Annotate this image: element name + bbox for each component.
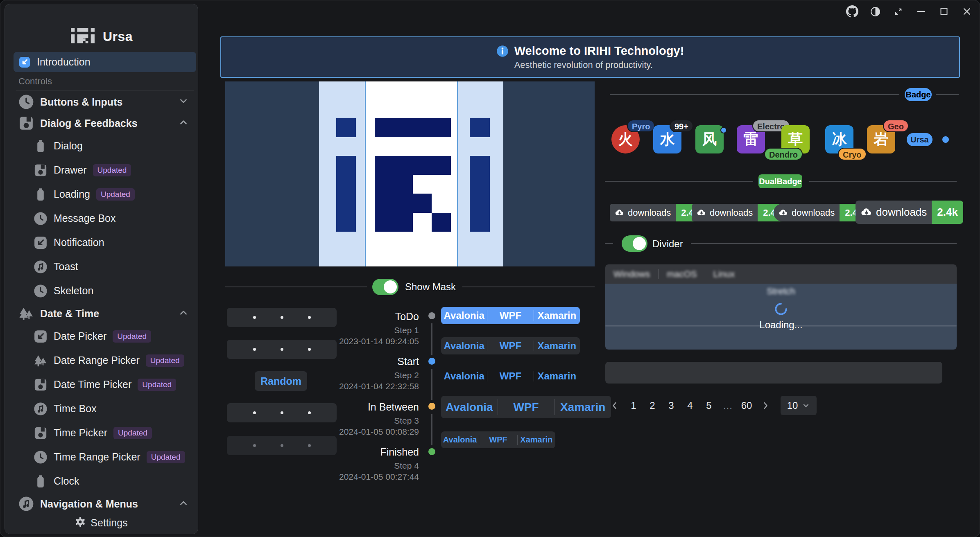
wpf-button[interactable]: WPF — [487, 368, 533, 385]
corner-badge: 99+ — [670, 120, 693, 132]
sidebar-item-date-time-picker[interactable]: Date Time PickerUpdated — [14, 372, 196, 397]
dot-badge — [720, 127, 727, 133]
page-size-select[interactable]: 10 — [781, 396, 817, 415]
nav-item-label: Loading — [54, 188, 90, 200]
dualbadge-divider-pill: DualBadge — [758, 174, 802, 188]
nav-item-label: Skeleton — [54, 285, 93, 297]
floppy-icon — [34, 378, 48, 392]
updated-badge: Updated — [113, 330, 151, 343]
sidebar-nav: IntroductionControlsButtons & InputsDial… — [14, 52, 196, 512]
badge-demo-item: 火Pyro — [611, 125, 640, 153]
page-button-5[interactable]: 5 — [702, 396, 716, 415]
timeline-entry: Finished Step 4 2024-01-05 00:27:44 — [338, 446, 419, 482]
nav-group-navigation-menus[interactable]: Navigation & Menus — [14, 493, 196, 512]
xamarin-button[interactable]: Xamarin — [534, 307, 580, 324]
tab-macos[interactable]: macOS — [659, 269, 705, 280]
xamarin-button[interactable]: Xamarin — [518, 431, 555, 448]
timeline-step: Step 3 — [338, 415, 419, 426]
xamarin-button[interactable]: Xamarin — [555, 396, 611, 418]
download-cloud-icon — [697, 208, 706, 218]
arrow-icon — [18, 56, 31, 68]
sidebar-item-drawer[interactable]: DrawerUpdated — [14, 158, 196, 182]
dual-badge-downloads: downloads 2.4k — [610, 204, 704, 221]
empty-input[interactable] — [605, 362, 942, 384]
corner-badge: Dendro — [764, 148, 803, 160]
trees-icon — [34, 354, 48, 368]
updated-badge: Updated — [113, 427, 152, 439]
timeline-entry: In Between Step 3 2024-01-05 00:08:29 — [338, 401, 419, 437]
avalonia-button[interactable]: Avalonia — [441, 337, 487, 354]
badge-demo-item: 草Dendro — [781, 125, 810, 153]
expand-icon[interactable] — [892, 5, 904, 18]
wpf-button[interactable]: WPF — [479, 431, 517, 448]
sidebar-item-dialog[interactable]: Dialog — [14, 134, 196, 158]
nav-item-label: Clock — [54, 475, 79, 487]
sidebar-item-clock[interactable]: Clock — [14, 469, 196, 493]
loading-dots-box — [227, 340, 337, 359]
spinner-icon — [775, 303, 787, 317]
wpf-button[interactable]: WPF — [487, 337, 533, 354]
battery-icon — [34, 474, 48, 488]
page-button-4[interactable]: 4 — [683, 396, 697, 415]
next-page-button[interactable] — [758, 396, 772, 415]
nav-group-buttons-inputs[interactable]: Buttons & Inputs — [14, 91, 196, 113]
sidebar-item-notification[interactable]: Notification — [14, 230, 196, 255]
gear-icon — [75, 517, 86, 529]
app-window: Ursa IntroductionControlsButtons & Input… — [0, 0, 980, 537]
xamarin-button[interactable]: Xamarin — [534, 337, 580, 354]
avalonia-button[interactable]: Avalonia — [441, 396, 498, 418]
sidebar-item-message-box[interactable]: Message Box — [14, 206, 196, 230]
sidebar-item-date-range-picker[interactable]: Date Range PickerUpdated — [14, 348, 196, 372]
sidebar-item-toast[interactable]: Toast — [14, 255, 196, 279]
sidebar: Ursa IntroductionControlsButtons & Input… — [5, 4, 198, 534]
divider-toggle[interactable] — [622, 235, 647, 252]
nav-group-date-time[interactable]: Date & Time — [14, 303, 196, 324]
sidebar-item-time-box[interactable]: Time Box — [14, 397, 196, 421]
nav-group-dialog-feedbacks[interactable]: Dialog & Feedbacks — [14, 113, 196, 134]
sidebar-item-loading[interactable]: LoadingUpdated — [14, 182, 196, 206]
avalonia-button[interactable]: Avalonia — [441, 307, 487, 324]
tab-windows[interactable]: Windows — [605, 269, 658, 280]
page-button-60[interactable]: 60 — [740, 396, 754, 415]
timeline-time: 2024-01-04 22:32:58 — [338, 381, 419, 392]
avalonia-button[interactable]: Avalonia — [441, 368, 487, 385]
show-mask-toggle[interactable] — [372, 279, 398, 295]
nav-item-label: Drawer — [54, 164, 87, 176]
random-button[interactable]: Random — [255, 371, 307, 391]
wpf-button[interactable]: WPF — [498, 396, 555, 418]
prev-page-button[interactable] — [608, 396, 622, 415]
close-icon[interactable] — [961, 5, 973, 18]
loading-dots-box — [227, 436, 337, 455]
chevron-up-icon — [178, 117, 189, 129]
maximize-icon[interactable] — [938, 5, 950, 18]
sidebar-item-date-picker[interactable]: Date PickerUpdated — [14, 324, 196, 348]
settings-button[interactable]: Settings — [5, 512, 198, 534]
tab-linux[interactable]: Linux — [705, 269, 743, 280]
tab-panel: WindowsmacOSLinux Stretch Loading... — [605, 264, 957, 350]
page-size-value: 10 — [787, 400, 798, 411]
downloads-count: 2.4k — [932, 201, 963, 224]
loading-mask: Loading... — [605, 284, 957, 350]
page-button-3[interactable]: 3 — [664, 396, 678, 415]
xamarin-button[interactable]: Xamarin — [534, 368, 580, 385]
github-icon[interactable] — [846, 5, 858, 18]
sidebar-item-time-picker[interactable]: Time PickerUpdated — [14, 421, 196, 445]
page-button-1[interactable]: 1 — [627, 396, 641, 415]
minimize-icon[interactable] — [915, 5, 927, 18]
page-button-2[interactable]: 2 — [645, 396, 659, 415]
tab-content: Stretch Loading... — [605, 284, 957, 350]
avalonia-button[interactable]: Avalonia — [441, 431, 479, 448]
nav-item-label: Buttons & Inputs — [40, 96, 122, 108]
sidebar-item-time-range-picker[interactable]: Time Range PickerUpdated — [14, 445, 196, 469]
sidebar-item-skeleton[interactable]: Skeleton — [14, 279, 196, 303]
irihi-logo-image — [225, 81, 595, 266]
timeline-title: ToDo — [338, 311, 419, 322]
banner-subtitle: Aesthetic revolution of productivity. — [514, 60, 684, 70]
wpf-button[interactable]: WPF — [487, 307, 533, 324]
element-icon: 风 — [695, 125, 724, 153]
floppy-icon — [34, 426, 48, 440]
chevron-up-icon — [178, 498, 189, 510]
theme-toggle-icon[interactable] — [869, 5, 881, 18]
sidebar-item-introduction[interactable]: Introduction — [14, 52, 196, 72]
badge-demo-item: 雷Electro — [737, 125, 765, 153]
